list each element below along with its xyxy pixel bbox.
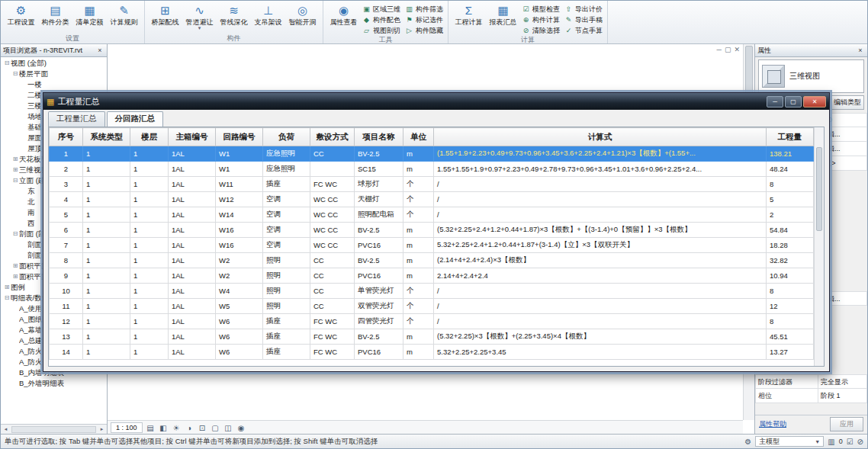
collapse-icon[interactable]: ⊟	[11, 229, 19, 239]
edit-type-button[interactable]: 编辑类型	[831, 95, 864, 110]
ribbon-small-button[interactable]: ◆构件配色	[362, 14, 400, 25]
ribbon-small-button[interactable]: ⇧导出计价	[564, 4, 603, 14]
scroll-right-icon[interactable]: ▸	[97, 426, 107, 432]
table-row[interactable]: 7111ALW16空调WC CCPVC16m5.32+2.25+2.4+1.2+…	[50, 238, 814, 253]
ribbon-small-button[interactable]: ▣区域三维	[362, 4, 400, 14]
ribbon-button[interactable]: ⚙工程设置	[4, 2, 38, 26]
table-row[interactable]: 5111ALW14空调WC CC照明配电箱个/2	[50, 207, 814, 223]
table-row[interactable]: 1111ALW1应急照明CCBV-2.5m(1.55+1.9+2.23+0.49…	[50, 146, 814, 162]
table-row[interactable]: 13111ALW6插座FC WCBV-2.5m(5.32+2.25)×3【根数】…	[50, 329, 814, 345]
column-header[interactable]: 敷设方式	[310, 128, 355, 146]
column-header[interactable]: 回路编号	[216, 128, 263, 146]
ribbon-small-button[interactable]: ▷构件隐藏	[405, 25, 443, 36]
apply-button[interactable]: 应用	[830, 417, 863, 431]
close-button[interactable]: ✕	[803, 96, 826, 107]
table-scrollbar[interactable]	[814, 127, 824, 366]
table-row[interactable]: 8111ALW2照明CCBV-2.5m(2.14+4+2.4+2.4)×3【根数…	[50, 253, 814, 268]
ribbon-button[interactable]: ⊞桥架配线	[148, 2, 182, 26]
close-icon[interactable]: ×	[95, 47, 104, 54]
ribbon-small-button[interactable]: ▥构件筛选	[405, 4, 443, 14]
close-icon[interactable]: ×	[856, 47, 865, 54]
property-value[interactable]: 阶段 1	[818, 389, 866, 402]
expand-icon[interactable]: ⊞	[11, 261, 19, 271]
column-header[interactable]: 楼层	[130, 128, 169, 146]
tree-item[interactable]: B_外墙明细表	[1, 378, 107, 389]
column-header[interactable]: 系统类型	[83, 128, 130, 146]
worksets-icon[interactable]: ⚙	[744, 438, 751, 446]
properties-help-link[interactable]: 属性帮助	[759, 419, 786, 429]
ribbon-small-button[interactable]: ⊕构件计算	[522, 14, 560, 25]
column-header[interactable]: 负荷	[263, 128, 310, 146]
sun-path-icon[interactable]: ☀	[171, 422, 182, 433]
table-row[interactable]: 14111ALW6插座FC WCPVC16m5.32+2.25+2.25+3.4…	[50, 345, 814, 360]
shadows-icon[interactable]: ◑	[184, 422, 195, 433]
collapse-icon[interactable]: ⊟	[11, 175, 19, 186]
ribbon-small-button[interactable]: ⊘清除选择	[522, 25, 560, 36]
column-header[interactable]: 项目名称	[355, 128, 403, 146]
table-row[interactable]: 12111ALW6插座FC WC四管荧光灯个/8	[50, 314, 814, 329]
collapse-icon[interactable]: ⊟	[3, 58, 11, 69]
ribbon-button[interactable]: ▤构件分类	[38, 2, 72, 26]
table-row[interactable]: 2111ALW1应急照明SC15m1.55+1.55+1.9+0.97+2.23…	[50, 162, 814, 177]
view-minimize-icon[interactable]: ─	[717, 46, 722, 53]
view-close-icon[interactable]: ✕	[734, 46, 740, 53]
view-scale-button[interactable]: 1 : 100	[111, 422, 143, 433]
ribbon-button[interactable]: ∿管道避让▾	[182, 2, 217, 30]
table-row[interactable]: 11111ALW5照明CC双管荧光灯个/12	[50, 299, 814, 314]
column-header[interactable]: 序号	[50, 128, 83, 146]
column-header[interactable]: 工程量	[767, 128, 814, 146]
type-selector[interactable]: 三维视图	[758, 59, 864, 93]
expand-icon[interactable]: ⊞	[11, 165, 19, 175]
crop-view-icon[interactable]: ⊡	[197, 422, 208, 433]
exclude-options-icon[interactable]: ⊘	[857, 438, 863, 446]
crop-region-icon[interactable]: ▢	[210, 422, 221, 433]
table-row[interactable]: 3111ALW11插座FC WC球形灯个/8	[50, 177, 814, 192]
table-row[interactable]: 9111ALW2照明CCPVC16m2.14+4+2.4+2.410.94	[50, 268, 814, 284]
ribbon-button[interactable]: ◎智能开洞	[285, 2, 320, 26]
select-toggle-icon[interactable]: ☑	[847, 438, 854, 446]
ribbon-small-button[interactable]: ✓节点手算	[564, 25, 603, 36]
scrollbar-track[interactable]	[11, 426, 96, 433]
visual-style-icon[interactable]: ◧	[158, 422, 169, 433]
column-header[interactable]: 单位	[403, 128, 434, 146]
ribbon-button[interactable]: ◉属性查看	[326, 2, 361, 26]
column-header[interactable]: 主箱编号	[169, 128, 216, 146]
ribbon-button[interactable]: ▦报表汇总	[486, 2, 520, 26]
table-row[interactable]: 4111ALW12空调WC CC天棚灯个/5	[50, 192, 814, 207]
column-header[interactable]: 计算式	[434, 128, 767, 146]
scrollbar-thumb[interactable]	[816, 147, 822, 231]
ribbon-button[interactable]: Σ工程计算	[452, 2, 486, 26]
table-row[interactable]: 6111ALW16空调WC CCBV-2.5m(5.32+2.25+2.4+1.…	[50, 223, 814, 238]
tab-quantity-summary[interactable]: 工程量汇总	[48, 111, 105, 127]
ribbon-button[interactable]: ≋管线深化	[217, 2, 251, 26]
filter-icon[interactable]: ▥	[828, 438, 834, 446]
collapse-icon[interactable]: ⊟	[3, 293, 11, 303]
ribbon-button[interactable]: ⊥支吊架设	[251, 2, 285, 26]
detail-level-icon[interactable]: ▤	[145, 422, 156, 433]
scroll-left-icon[interactable]: ◂	[1, 426, 11, 432]
tab-circuit-summary[interactable]: 分回路汇总	[107, 111, 164, 127]
tree-item[interactable]: ⊟楼层平面	[1, 69, 107, 79]
ribbon-small-button[interactable]: ⚑标记选件	[405, 14, 443, 25]
property-value[interactable]: 完全显示	[818, 375, 866, 388]
ribbon-button[interactable]: ▦清单定额	[72, 2, 107, 26]
expand-icon[interactable]: ⊞	[3, 282, 11, 293]
reveal-hidden-icon[interactable]: ◉	[236, 422, 247, 433]
temporary-hide-icon[interactable]: ◫	[223, 422, 234, 433]
expand-icon[interactable]: ⊞	[11, 154, 19, 165]
collapse-icon[interactable]: ⊟	[11, 69, 19, 79]
tree-item[interactable]: ⊟视图 (全部)	[1, 58, 107, 69]
ribbon-small-button[interactable]: ✎导出手稿	[564, 14, 603, 25]
ribbon-small-button[interactable]: ▱视图剖切	[362, 25, 400, 36]
table-row[interactable]: 10111ALW4照明CC单管荧光灯个/8	[50, 284, 814, 299]
project-browser-hscrollbar[interactable]: ◂ ▸	[1, 424, 107, 434]
design-option-select[interactable]: 主模型 ▼	[755, 436, 824, 447]
tree-item[interactable]: 一楼	[1, 79, 107, 90]
view-restore-icon[interactable]: ▢	[725, 46, 731, 53]
dialog-titlebar[interactable]: ▦ 工程量汇总 ─ ▢ ✕	[43, 93, 829, 110]
maximize-button[interactable]: ▢	[785, 96, 802, 107]
minimize-button[interactable]: ─	[767, 96, 783, 107]
expand-icon[interactable]: ⊞	[11, 271, 19, 282]
ribbon-small-button[interactable]: ☑模型检查	[522, 4, 560, 14]
ribbon-button[interactable]: ✎计算规则	[107, 2, 141, 26]
